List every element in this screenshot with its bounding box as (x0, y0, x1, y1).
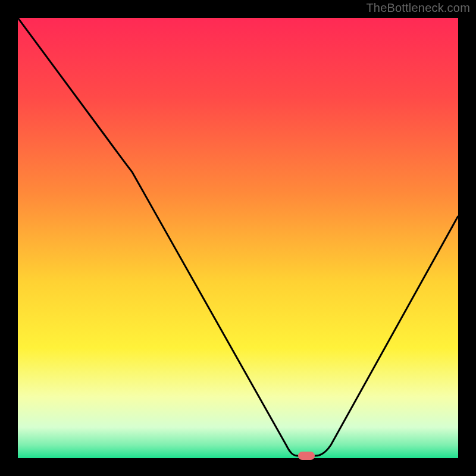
chart-svg (18, 18, 458, 458)
gradient-background (18, 18, 458, 458)
bottleneck-chart (18, 18, 458, 458)
chart-container: TheBottleneck.com (0, 0, 476, 476)
optimal-marker (298, 452, 315, 460)
watermark-label: TheBottleneck.com (366, 1, 470, 15)
